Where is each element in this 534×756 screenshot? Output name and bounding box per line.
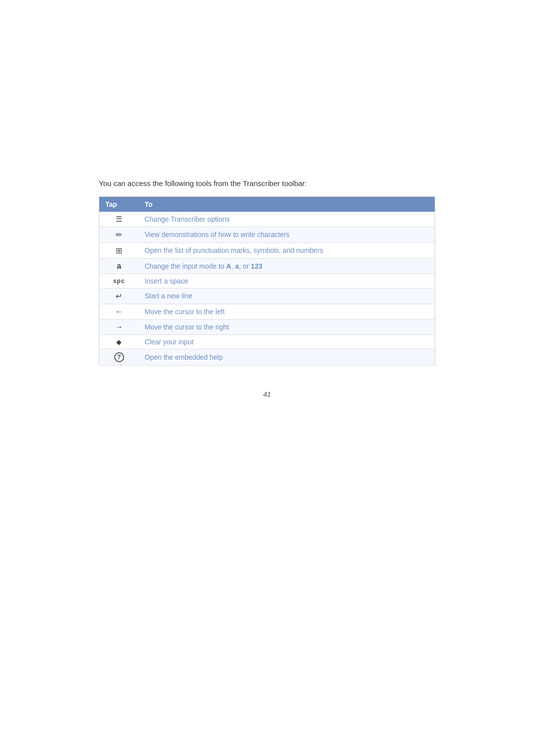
help-icon: ? bbox=[99, 349, 139, 365]
to-column-header: To bbox=[139, 196, 435, 212]
table-cell-description: Start a new line bbox=[139, 288, 435, 304]
table-body: ☰Change Transcriber options✏View demonst… bbox=[99, 212, 435, 366]
page-number: 41 bbox=[99, 390, 435, 398]
table-row: ◆Clear your input bbox=[99, 334, 435, 349]
clear-input-icon: ◆ bbox=[99, 334, 139, 349]
punctuation-list-icon: ⊞ bbox=[99, 242, 139, 258]
tap-column-header: Tap bbox=[99, 196, 139, 212]
table-cell-description: Clear your input bbox=[139, 334, 435, 349]
page-container: You can access the following tools from … bbox=[0, 0, 534, 756]
table-row: ⊞Open the list of punctuation marks, sym… bbox=[99, 242, 435, 258]
table-cell-description: View demonstrations of how to write char… bbox=[139, 227, 435, 242]
table-row: aChange the input mode to A, a, or 123 bbox=[99, 258, 435, 274]
table-row: ↵Start a new line bbox=[99, 288, 435, 304]
cursor-right-icon: → bbox=[99, 319, 139, 334]
table-cell-description: Open the list of punctuation marks, symb… bbox=[139, 242, 435, 258]
table-cell-description: Move the cursor to the right bbox=[139, 319, 435, 334]
write-demo-icon: ✏ bbox=[99, 227, 139, 242]
table-row: ?Open the embedded help bbox=[99, 349, 435, 365]
insert-space-icon: spc bbox=[99, 274, 139, 288]
table-header: Tap To bbox=[99, 196, 435, 212]
tools-table: Tap To ☰Change Transcriber options✏View … bbox=[99, 196, 435, 366]
table-cell-description: Change Transcriber options bbox=[139, 212, 435, 227]
table-row: ✏View demonstrations of how to write cha… bbox=[99, 227, 435, 242]
table-cell-description: Insert a space bbox=[139, 274, 435, 288]
cursor-left-icon: ← bbox=[99, 304, 139, 319]
menu-options-icon: ☰ bbox=[99, 212, 139, 227]
input-mode-icon: a bbox=[99, 258, 139, 274]
intro-paragraph: You can access the following tools from … bbox=[99, 178, 435, 189]
new-line-icon: ↵ bbox=[99, 288, 139, 304]
table-row: ←Move the cursor to the left bbox=[99, 304, 435, 319]
table-cell-description: Move the cursor to the left bbox=[139, 304, 435, 319]
content-area: You can access the following tools from … bbox=[99, 178, 435, 398]
table-cell-description: Change the input mode to A, a, or 123 bbox=[139, 258, 435, 274]
table-row: →Move the cursor to the right bbox=[99, 319, 435, 334]
table-cell-description: Open the embedded help bbox=[139, 349, 435, 365]
table-row: spcInsert a space bbox=[99, 274, 435, 288]
table-row: ☰Change Transcriber options bbox=[99, 212, 435, 227]
